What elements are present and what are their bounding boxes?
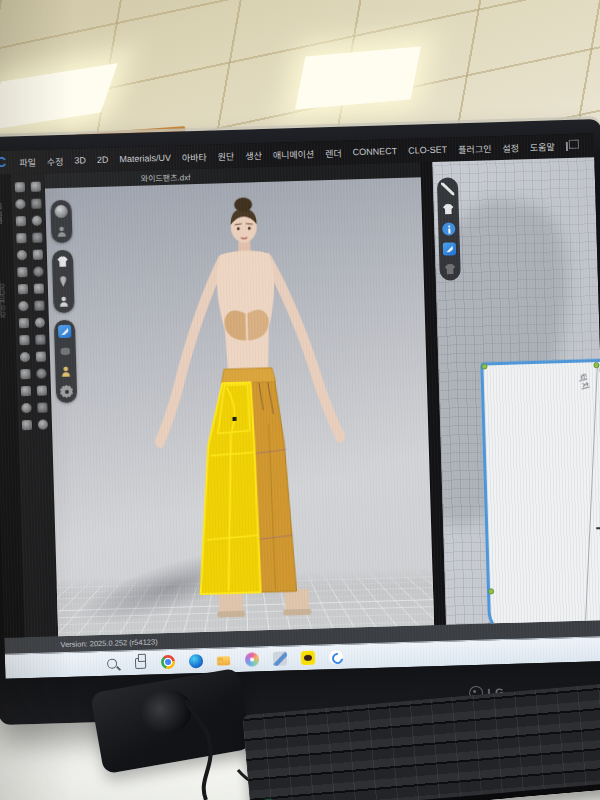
photo-of-monitor: C 파일 수정 3D 2D Materials/UV 아바타 원단 생산 애니메… (0, 0, 600, 800)
tool-icon[interactable] (15, 199, 25, 209)
photos-icon[interactable] (245, 652, 259, 666)
tool-icon[interactable] (14, 182, 24, 192)
menu-settings[interactable]: 설정 (502, 141, 519, 154)
panel-layout-icon[interactable] (566, 141, 568, 150)
clo-logo: C (0, 154, 7, 170)
tool-icon[interactable] (31, 216, 41, 226)
tool-icon[interactable] (32, 233, 42, 243)
tool-icon[interactable] (21, 420, 31, 430)
toolbar-group-display (52, 250, 75, 314)
tool-icon[interactable] (16, 233, 26, 243)
kakaotalk-icon[interactable] (301, 651, 315, 665)
viewport-3d-toolbar (50, 200, 77, 404)
task-view-icon[interactable] (133, 656, 147, 670)
scene-sphere-icon[interactable] (54, 205, 67, 218)
viewport-2d-canvas[interactable]: 턱치 (432, 157, 600, 625)
tool-icon[interactable] (15, 216, 25, 226)
tool-icon[interactable] (21, 403, 31, 413)
menu-2d[interactable]: 2D (97, 155, 109, 165)
tool-icon[interactable] (32, 250, 42, 260)
toolbar-group-modes (54, 320, 77, 404)
garment-icon[interactable] (56, 255, 69, 268)
tool-icon[interactable] (35, 352, 45, 362)
menu-help[interactable]: 도움말 (530, 140, 555, 154)
viewport-2d-toolbar (437, 177, 461, 281)
menu-animation[interactable]: 애니메이션 (273, 147, 315, 161)
tool-icon[interactable] (20, 369, 30, 379)
monitor: C 파일 수정 3D 2D Materials/UV 아바타 원단 생산 애니메… (0, 119, 600, 725)
tool-icon[interactable] (35, 335, 45, 345)
brush-icon[interactable] (443, 242, 456, 255)
app-icon[interactable] (273, 651, 287, 665)
tool-icon[interactable] (34, 301, 44, 311)
clo-app-icon[interactable] (329, 650, 343, 664)
menu-production[interactable]: 생산 (245, 149, 262, 162)
menu-3d[interactable]: 3D (74, 155, 86, 165)
vertical-tab-library[interactable]: 라이브러리 (0, 283, 9, 318)
screen: C 파일 수정 3D 2D Materials/UV 아바타 원단 생산 애니메… (0, 133, 600, 679)
chrome-icon[interactable] (161, 655, 175, 669)
tool-icon[interactable] (36, 386, 46, 396)
tool-icon[interactable] (18, 318, 28, 328)
tool-icon[interactable] (34, 318, 44, 328)
tool-icon[interactable] (31, 199, 41, 209)
avatar-3d[interactable] (123, 189, 376, 628)
avatar-icon[interactable] (59, 365, 72, 378)
tool-icon[interactable] (37, 403, 47, 413)
menu-avatar[interactable]: 아바타 (182, 150, 207, 164)
tab-title[interactable]: 와이드팬츠.dxf (141, 171, 191, 183)
viewport-3d-container: 와이드팬츠.dxf (45, 162, 435, 636)
tool-icon[interactable] (17, 267, 27, 277)
vertical-tab-object[interactable]: 물체창 (0, 203, 6, 224)
main-area: 물체창 라이브러리 (0, 157, 600, 638)
mannequin-icon[interactable] (57, 295, 70, 308)
tool-icon[interactable] (30, 182, 40, 192)
tool-icon[interactable] (19, 335, 29, 345)
menu-clo-set[interactable]: CLO-SET (408, 145, 447, 156)
pattern-piece[interactable]: 턱치 (480, 357, 600, 625)
toolbar-group-scene (50, 200, 72, 244)
tool-icon[interactable] (20, 386, 30, 396)
tool-icon[interactable] (37, 419, 47, 429)
menu-edit[interactable]: 수정 (47, 154, 64, 167)
start-icon[interactable] (77, 657, 91, 671)
file-explorer-icon[interactable] (217, 653, 231, 667)
garment-dark-icon[interactable] (443, 262, 456, 275)
tool-icon[interactable] (17, 284, 27, 294)
menu-plugin[interactable]: 플러그인 (458, 142, 491, 156)
menu-fabric[interactable]: 원단 (218, 149, 235, 162)
pin-icon[interactable] (57, 275, 70, 288)
tool-icon[interactable] (19, 352, 29, 362)
edge-icon[interactable] (189, 654, 203, 668)
menu-materials-uv[interactable]: Materials/UV (119, 153, 171, 165)
ceiling-light (295, 46, 421, 109)
info-icon[interactable] (442, 222, 455, 235)
viewport-3d-canvas[interactable] (45, 177, 434, 636)
avatar-edit-icon[interactable] (55, 225, 68, 238)
menu-render[interactable]: 렌더 (325, 146, 342, 159)
version-text: Version: 2025.0.252 (r54123) (60, 637, 157, 649)
garment-icon[interactable] (442, 202, 455, 215)
tool-icon[interactable] (16, 250, 26, 260)
tool-icon[interactable] (33, 267, 43, 277)
gear-icon[interactable] (60, 385, 73, 398)
tool-icon[interactable] (36, 369, 46, 379)
tool-icon[interactable] (33, 284, 43, 294)
menu-connect[interactable]: CONNECT (353, 146, 398, 157)
menu-file[interactable]: 파일 (19, 155, 36, 168)
pen-icon[interactable] (441, 182, 454, 195)
crosshair-cursor (596, 522, 600, 534)
tool-icon[interactable] (18, 301, 28, 311)
brush-icon[interactable] (58, 325, 71, 338)
cloth-icon[interactable] (59, 345, 72, 358)
search-icon[interactable] (107, 659, 117, 669)
